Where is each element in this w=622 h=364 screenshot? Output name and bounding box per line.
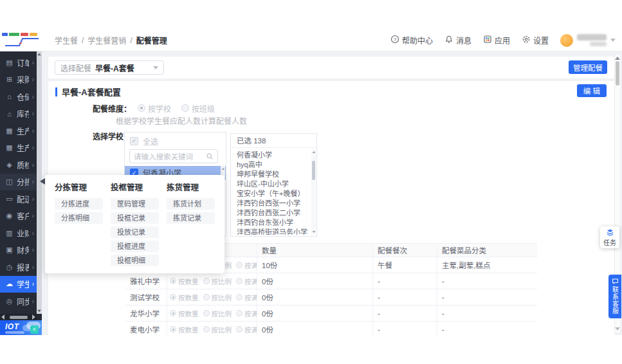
selected-school-item[interactable]: 何香凝小学 <box>237 150 311 160</box>
avatar[interactable] <box>560 34 573 47</box>
mode-option-按数量[interactable]: 按数量 <box>170 325 199 334</box>
popup-menu-item[interactable]: 投框进度 <box>111 241 159 252</box>
scroll-down-icon[interactable] <box>312 231 315 233</box>
contact-service-widget[interactable]: 联系客服 <box>608 275 621 318</box>
sidebar-item-customers[interactable]: ◉客户› <box>0 208 37 225</box>
dimension-option-按学校[interactable]: 按学校 <box>138 103 171 114</box>
sidebar-item-label: 同步 <box>17 296 29 307</box>
mode-option-按比例[interactable]: 按比例 <box>203 277 232 286</box>
search-icon[interactable] <box>206 152 214 160</box>
sidebar-item-finance[interactable]: ▣财务› <box>0 242 37 259</box>
radio-unselected-icon[interactable] <box>236 294 242 300</box>
hscroll-thumb[interactable] <box>10 316 28 319</box>
header-nav-应用[interactable]: 应用 <box>483 35 510 46</box>
selected-school-item[interactable]: 沣西钓台东张小学 <box>237 218 311 228</box>
popup-menu-item[interactable]: 拣货计划 <box>167 198 215 210</box>
scroll-thumb[interactable] <box>616 61 619 86</box>
popup-menu-item[interactable]: 分拣进度 <box>55 198 103 210</box>
scroll-up-icon[interactable] <box>37 53 41 56</box>
selected-school-item[interactable]: 沣西高桥街道马务小学 <box>237 228 311 235</box>
user-menu[interactable] <box>560 34 616 47</box>
sidebar-item-orders[interactable]: ▤订单› <box>0 54 37 71</box>
radio-unselected-icon[interactable] <box>236 326 242 332</box>
scroll-down-icon[interactable] <box>615 327 620 331</box>
manage-meal-button[interactable]: 管理配餐 <box>569 60 607 74</box>
mode-option-按满赠[interactable]: 按满赠 <box>236 260 257 270</box>
sidebar-item-student-meals[interactable]: ☁学生餐› <box>0 276 37 293</box>
mode-option-按比例[interactable]: 按比例 <box>203 325 232 334</box>
selected-school-item[interactable]: 坪山区-中山小学 <box>237 179 311 189</box>
cell-category: - <box>437 273 537 289</box>
header-nav-帮助中心[interactable]: ?帮助中心 <box>390 35 433 46</box>
mode-option-按比例[interactable]: 按比例 <box>203 293 232 302</box>
mode-option-按满赠[interactable]: 按满赠 <box>236 277 257 286</box>
breadcrumb-item[interactable]: 学生餐营销 <box>87 35 126 46</box>
dimension-option-按班级[interactable]: 按班级 <box>181 103 215 114</box>
mode-option-按数量[interactable]: 按数量 <box>170 293 199 302</box>
school-search-input[interactable]: 请输入搜索关键词 <box>129 149 218 163</box>
chevron-down-icon[interactable] <box>610 39 616 42</box>
mode-option-按比例[interactable]: 按比例 <box>203 309 232 318</box>
scroll-up-icon[interactable] <box>221 168 224 170</box>
breadcrumb-item[interactable]: 学生餐 <box>55 35 78 46</box>
selected-school-item[interactable]: 宝安小学（午+晚餐） <box>237 189 311 199</box>
mode-option-按满赠[interactable]: 按满赠 <box>236 309 257 318</box>
radio-unselected-icon[interactable] <box>181 104 189 112</box>
mode-option-按数量[interactable]: 按数量 <box>170 277 199 286</box>
header-nav-设置[interactable]: 设置 <box>522 35 549 46</box>
meal-select[interactable]: 选择配餐 早餐-A套餐 <box>55 60 164 75</box>
sidebar-item-warehouse[interactable]: ⌂仓储› <box>0 88 37 105</box>
sidebar-item-sync[interactable]: ◎同步› <box>0 293 37 310</box>
iot-banner[interactable]: IOT < <box>0 320 42 335</box>
mode-option-按数量[interactable]: 按数量 <box>170 309 199 318</box>
scroll-up-icon[interactable] <box>615 57 620 60</box>
scroll-thumb[interactable] <box>312 161 315 180</box>
selected-school-item[interactable]: 坤邦早餐学校 <box>237 170 311 179</box>
sidebar-item-production-2[interactable]: ▦生产› <box>0 140 37 157</box>
chevron-right-icon: › <box>32 59 34 66</box>
selected-school-item[interactable]: hyq高中 <box>237 160 311 170</box>
header-nav-消息[interactable]: 消息 <box>444 35 471 46</box>
radio-selected-icon[interactable] <box>170 294 176 300</box>
select-all-row[interactable]: 全选 <box>125 134 226 148</box>
radio-selected-icon[interactable] <box>138 104 145 112</box>
sidebar-item-inventory[interactable]: ⌂库存› <box>0 105 37 123</box>
radio-unselected-icon[interactable] <box>236 310 242 316</box>
scroll-up-icon[interactable] <box>312 151 315 153</box>
sidebar-item-production-1[interactable]: ▦生产› <box>0 122 37 140</box>
popup-menu-item[interactable]: 投框明细 <box>111 255 159 266</box>
radio-unselected-icon[interactable] <box>203 294 210 300</box>
radio-unselected-icon[interactable] <box>203 278 210 284</box>
selected-school-item[interactable]: 沣西钓台西张二小学 <box>237 208 311 218</box>
sidebar-item-delivery[interactable]: ▭配送› <box>0 190 37 208</box>
checkbox-checked-icon[interactable] <box>130 137 138 145</box>
scroll-right-icon[interactable] <box>32 314 35 320</box>
scroll-down-icon[interactable] <box>37 310 41 313</box>
radio-selected-icon[interactable] <box>170 310 176 316</box>
popup-menu-item[interactable]: 投放记录 <box>111 226 159 238</box>
radio-unselected-icon[interactable] <box>203 326 210 332</box>
mode-option-按满赠[interactable]: 按满赠 <box>236 293 257 302</box>
selected-list-scrollbar[interactable] <box>311 149 316 235</box>
mode-option-按满赠[interactable]: 按满赠 <box>236 325 257 334</box>
sidebar-item-procurement[interactable]: ⊞采购› <box>0 71 37 89</box>
dimension-label: 配餐维度： <box>93 103 131 114</box>
radio-unselected-icon[interactable] <box>236 262 242 268</box>
sidebar-item-sorting[interactable]: ◫分拣› <box>0 174 37 191</box>
radio-selected-icon[interactable] <box>170 326 176 332</box>
task-widget[interactable]: 任务 <box>600 226 619 248</box>
sidebar-hscrollbar[interactable] <box>0 314 37 320</box>
radio-unselected-icon[interactable] <box>203 310 210 316</box>
popup-menu-item[interactable]: 分拣明细 <box>55 212 103 224</box>
selected-school-item[interactable]: 沣西钓台西张一小学 <box>237 199 311 208</box>
popup-menu-item[interactable]: 筐码管理 <box>111 198 159 210</box>
sidebar-item-reports[interactable]: ◷报表› <box>0 259 37 276</box>
popup-menu-item[interactable]: 投框记录 <box>111 212 159 224</box>
radio-selected-icon[interactable] <box>170 278 176 284</box>
sidebar-item-biz-finance[interactable]: ▥业财› <box>0 224 37 242</box>
radio-unselected-icon[interactable] <box>236 278 242 284</box>
edit-button[interactable]: 编 辑 <box>577 84 607 97</box>
popup-menu-item[interactable]: 拣货记录 <box>167 212 215 224</box>
scroll-left-icon[interactable] <box>1 314 5 320</box>
sidebar-item-quality[interactable]: ◈质检› <box>0 156 37 174</box>
